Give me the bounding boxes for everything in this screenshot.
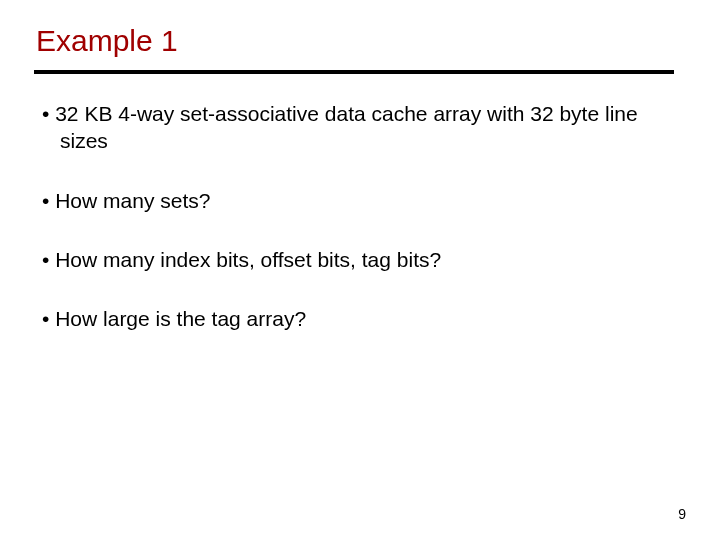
slide-title: Example 1 xyxy=(34,24,686,58)
page-number: 9 xyxy=(678,506,686,522)
bullet-item: How many sets? xyxy=(42,187,686,214)
bullet-item: How large is the tag array? xyxy=(42,305,686,332)
bullet-item: 32 KB 4-way set-associative data cache a… xyxy=(42,100,686,155)
slide: Example 1 32 KB 4-way set-associative da… xyxy=(0,0,720,540)
bullet-item: How many index bits, offset bits, tag bi… xyxy=(42,246,686,273)
title-divider xyxy=(34,70,674,74)
bullet-list: 32 KB 4-way set-associative data cache a… xyxy=(34,100,686,332)
